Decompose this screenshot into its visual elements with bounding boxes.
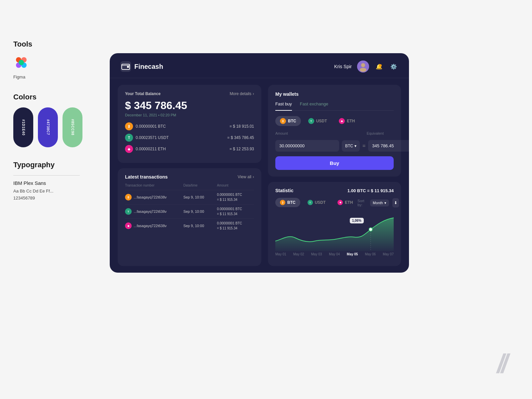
bell-icon[interactable]: 🔔	[374, 62, 384, 71]
tx-col-number: Transaction number	[125, 184, 181, 187]
wallets-tab-row: Fast buy Fast exchange	[275, 101, 394, 111]
chart-label-may01: May 01	[275, 252, 286, 256]
download-button[interactable]: ⬇	[392, 198, 399, 207]
wallet-usdt-icon: T	[308, 118, 314, 124]
user-name: Kris Spir	[334, 64, 352, 69]
usdt-value: = $ 345 786.45	[227, 135, 254, 140]
color-swatch-1: #1D1E40	[13, 107, 33, 147]
chart-label-may04: May 04	[329, 252, 340, 256]
svg-point-10	[360, 68, 366, 72]
tx-coin-icon-btc: ₿	[125, 194, 132, 200]
transactions-header: Latest transactions View all ›	[125, 174, 254, 180]
amount-input[interactable]	[275, 140, 339, 152]
stat-header: Statistic 1.00 BTC = $ 11 915.34	[275, 188, 394, 193]
stat-btc-tab[interactable]: ₿ BTC	[275, 198, 300, 207]
chart-labels: May 01 May 02 May 03 May 04 May 05 May 0…	[275, 252, 394, 256]
tx-coin-icon-eth: ◆	[125, 222, 132, 229]
logo-icon	[120, 61, 131, 72]
more-details-link[interactable]: More details ›	[230, 91, 254, 96]
dashboard-header: Finecash Kris Spir 🔔 ⚙️	[110, 53, 409, 78]
dropdown-chevron-icon: ▾	[354, 144, 356, 148]
statistic-card: Statistic 1.00 BTC = $ 11 915.34 ₿ BTC T	[268, 182, 401, 266]
transactions-card: Latest transactions View all › Transacti…	[118, 168, 261, 266]
tx-number-2: T ...fasagayq722t638v	[125, 208, 181, 215]
balance-date: December 11, 2021 • 02:20 PM	[125, 113, 254, 117]
svg-rect-4	[19, 60, 24, 65]
chart-fill	[275, 218, 394, 251]
bell-notification-dot	[379, 64, 382, 67]
left-panel: Your Total Balance More details › $ 345 …	[118, 85, 261, 266]
chart-svg	[275, 214, 394, 251]
wallets-card: My wallets Fast buy Fast exchange ₿ BTC …	[268, 85, 401, 177]
tx-col-amount: Amount	[217, 184, 254, 187]
wallet-eth-tab[interactable]: ◆ ETH	[334, 116, 359, 126]
settings-icon[interactable]: ⚙️	[389, 62, 398, 71]
equiv-input[interactable]	[368, 140, 409, 152]
logo-text: Finecash	[134, 63, 163, 70]
wallets-title: My wallets	[275, 91, 394, 97]
svg-point-9	[361, 63, 365, 67]
btc-left: ₿ 0.00000001 BTC	[125, 122, 166, 130]
btc-balance-row: ₿ 0.00000001 BTC = $ 18 915.01	[125, 122, 254, 130]
wallet-coin-tabs: ₿ BTC T USDT ◆ ETH	[275, 116, 394, 126]
chart-area: 1,06%	[275, 214, 394, 251]
currency-select[interactable]: BTC ▾	[342, 140, 360, 152]
usdt-left: T 0.00023571 USDT	[125, 134, 169, 142]
month-select[interactable]: Month ▾	[370, 200, 389, 206]
amount-label: Amount	[275, 131, 288, 135]
stat-price: 1.00 BTC = $ 11 915.34	[347, 188, 394, 193]
table-row: ₿ ...fasagayq722t638v Sep 9, 10:00 0.000…	[125, 190, 254, 204]
stat-usdt-tab[interactable]: T USDT	[303, 198, 331, 207]
tx-date-1: Sep 9, 10:00	[183, 195, 214, 199]
chart-label-may02: May 02	[293, 252, 304, 256]
eth-icon: ◆	[125, 145, 133, 153]
stat-controls: Sort by: Month ▾ ⬇	[357, 198, 399, 207]
font-name: IBM Plex Sans	[13, 180, 100, 186]
right-panel: My wallets Fast buy Fast exchange ₿ BTC …	[268, 85, 401, 266]
eth-balance-row: ◆ 0.00000211 ETH = $ 12 253.93	[125, 145, 254, 153]
wallet-btc-icon: ₿	[280, 118, 286, 124]
tx-number-3: ◆ ...fasagayq722t638v	[125, 222, 181, 229]
wallet-btc-tab[interactable]: ₿ BTC	[275, 116, 301, 126]
usdt-balance-row: T 0.00023571 USDT = $ 345 786.45	[125, 134, 254, 142]
font-sample-1: Aa Bb Cc Dd Ee Ff...	[13, 188, 100, 195]
figma-icon	[13, 55, 29, 70]
buy-input-row: BTC ▾ = USD ▾	[275, 140, 394, 152]
buy-button[interactable]: Buy	[275, 156, 394, 170]
eth-value: = $ 12 253.93	[229, 147, 254, 151]
typography-title: Typography	[13, 161, 100, 169]
figma-label: Figma	[13, 74, 100, 79]
stat-usdt-icon: T	[308, 200, 313, 205]
btc-icon: ₿	[125, 122, 133, 130]
chart-label-may05: May 05	[347, 252, 358, 256]
btc-value: = $ 18 915.01	[229, 124, 254, 129]
header-right: Kris Spir 🔔 ⚙️	[334, 61, 398, 72]
wallet-usdt-tab[interactable]: T USDT	[304, 116, 332, 126]
stat-second-row: ₿ BTC T USDT ◆ ETH Sort by:	[275, 195, 394, 211]
stat-btc-icon: ₿	[280, 200, 285, 205]
chart-label-may07: May 07	[383, 252, 394, 256]
colors-section: Colors #1D1E40 #4738C7 #85CC98	[13, 93, 100, 147]
balance-card: Your Total Balance More details › $ 345 …	[118, 85, 261, 163]
dashboard-body: Your Total Balance More details › $ 345 …	[110, 78, 409, 273]
svg-rect-7	[127, 66, 129, 68]
tab-fast-buy[interactable]: Fast buy	[275, 101, 292, 111]
tx-coin-icon-usdt: T	[125, 208, 132, 215]
view-all-link[interactable]: View all ›	[238, 175, 254, 179]
table-row: ◆ ...fasagayq722t638v Sep 9, 10:00 0.000…	[125, 218, 254, 233]
sort-by-label: Sort by:	[357, 199, 367, 207]
tab-fast-exchange[interactable]: Fast exchange	[300, 101, 328, 108]
transactions-title: Latest transactions	[125, 174, 168, 180]
btc-amount: 0.00000001 BTC	[136, 124, 166, 129]
tools-section: Tools Figma	[13, 40, 100, 79]
color-swatch-3: #85CC98	[63, 107, 82, 147]
usdt-icon: T	[125, 134, 133, 142]
wallet-eth-icon: ◆	[339, 118, 345, 124]
tx-amount-3: 0.00000001 BTC = $ 11 915.34	[217, 221, 254, 231]
stat-eth-tab[interactable]: ◆ ETH	[333, 198, 357, 207]
chart-label-may03: May 03	[311, 252, 322, 256]
balance-header: Your Total Balance More details ›	[125, 91, 254, 96]
tools-title: Tools	[13, 40, 100, 49]
tx-amount-1: 0.00000001 BTC = $ 11 915.34	[217, 192, 254, 202]
tooltip-box: 1,06%	[350, 218, 364, 223]
